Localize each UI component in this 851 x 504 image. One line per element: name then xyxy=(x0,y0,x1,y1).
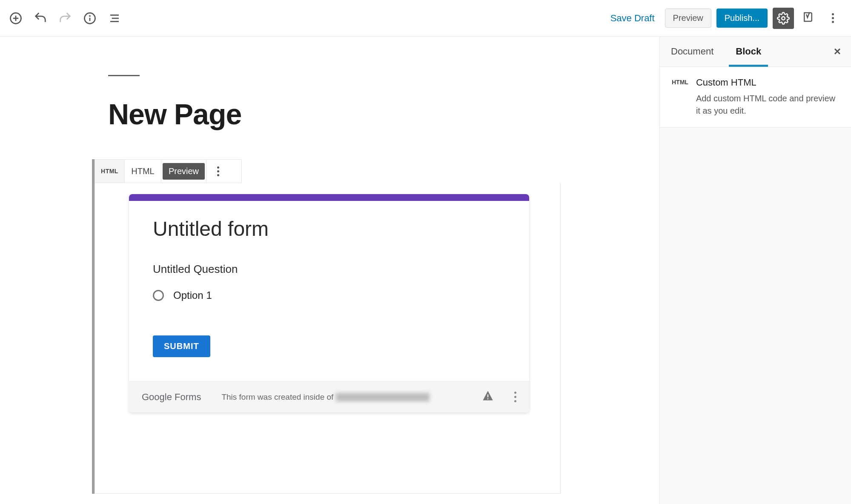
google-forms-brand[interactable]: Google Forms xyxy=(142,392,201,403)
yoast-seo-button[interactable] xyxy=(799,8,817,28)
toolbar-right-group: Save Draft Preview Publish... xyxy=(605,8,843,29)
block-tab-preview[interactable]: Preview xyxy=(161,160,206,183)
page-title-input[interactable]: New Page xyxy=(108,97,659,131)
svg-point-5 xyxy=(89,15,90,16)
publish-button[interactable]: Publish... xyxy=(716,9,768,28)
form-footer-right xyxy=(482,390,516,404)
form-option-label: Option 1 xyxy=(173,289,212,301)
warning-icon[interactable] xyxy=(482,390,494,404)
html-icon: HTML xyxy=(672,77,688,117)
form-option-row[interactable]: Option 1 xyxy=(153,289,505,301)
sidebar-tabs: Document Block × xyxy=(660,37,851,67)
sidebar-block-text: Custom HTML Add custom HTML code and pre… xyxy=(696,77,839,117)
content-info-button[interactable] xyxy=(79,8,100,29)
tab-block[interactable]: Block xyxy=(725,37,772,66)
radio-icon[interactable] xyxy=(153,290,164,301)
form-more-options[interactable] xyxy=(514,392,516,402)
preview-button[interactable]: Preview xyxy=(665,9,711,28)
svg-rect-11 xyxy=(487,398,488,399)
form-footer: Google Forms This form was created insid… xyxy=(129,381,529,412)
vertical-dots-icon xyxy=(832,13,834,23)
title-decoration xyxy=(108,75,140,76)
undo-button[interactable] xyxy=(30,8,51,29)
redacted-org: hidden xyxy=(336,393,430,401)
sidebar-block-title: Custom HTML xyxy=(696,77,839,88)
form-question: Untitled Question xyxy=(153,263,505,276)
block-navigation-button[interactable] xyxy=(104,8,125,29)
sidebar-block-desc: Add custom HTML code and preview it as y… xyxy=(696,92,839,117)
form-submit-button[interactable]: SUBMIT xyxy=(153,335,210,357)
block-more-options[interactable] xyxy=(206,160,229,183)
settings-sidebar: Document Block × HTML Custom HTML Add cu… xyxy=(659,37,851,504)
save-draft-button[interactable]: Save Draft xyxy=(605,13,660,24)
vertical-dots-icon xyxy=(217,166,219,176)
block-tab-html[interactable]: HTML xyxy=(125,160,161,183)
embedded-google-form: Untitled form Untitled Question Option 1… xyxy=(129,194,529,412)
redo-button[interactable] xyxy=(54,8,76,29)
add-block-button[interactable] xyxy=(5,8,26,29)
block-type-indicator[interactable]: HTML xyxy=(95,160,125,183)
tab-document[interactable]: Document xyxy=(660,37,725,66)
more-options-button[interactable] xyxy=(822,8,843,29)
svg-point-9 xyxy=(782,17,785,20)
editor-canvas: New Page HTML HTML Preview xyxy=(0,37,659,504)
page-title-wrap: New Page xyxy=(108,75,659,131)
settings-button[interactable] xyxy=(773,8,794,29)
block-tab-preview-label: Preview xyxy=(163,163,205,180)
close-sidebar-button[interactable]: × xyxy=(824,45,851,58)
sidebar-block-info: HTML Custom HTML Add custom HTML code an… xyxy=(660,67,851,128)
form-title: Untitled form xyxy=(153,217,505,241)
form-body: Untitled form Untitled Question Option 1… xyxy=(129,201,529,381)
editor-top-toolbar: Save Draft Preview Publish... xyxy=(0,0,851,37)
editor-main: New Page HTML HTML Preview xyxy=(0,37,851,504)
html-icon: HTML xyxy=(101,168,118,175)
svg-rect-10 xyxy=(487,395,488,398)
form-accent-bar xyxy=(129,194,529,201)
block-left-edge xyxy=(92,159,95,494)
block-body: Untitled form Untitled Question Option 1… xyxy=(95,183,561,494)
toolbar-left-group xyxy=(5,8,125,29)
block-toolbar: HTML HTML Preview xyxy=(95,159,242,183)
form-footer-text: This form was created inside of hidden xyxy=(221,392,430,402)
custom-html-block[interactable]: HTML HTML Preview Untitled form Untitled… xyxy=(95,159,561,494)
